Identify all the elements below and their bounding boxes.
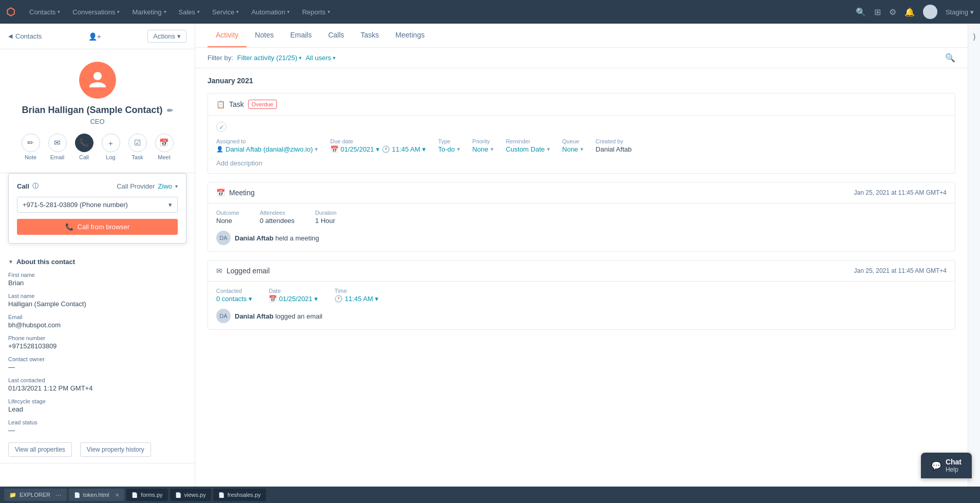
meet-action[interactable]: 📅 Meet	[155, 134, 174, 160]
about-chevron-icon: ▼	[8, 259, 13, 265]
tab-calls[interactable]: Calls	[320, 24, 352, 47]
logged-time-value[interactable]: 🕐 11:45 AM ▾	[334, 295, 379, 303]
contacts-caret-icon: ▾	[249, 295, 252, 303]
tab-tasks[interactable]: Tasks	[352, 24, 387, 47]
email-icon: ✉	[48, 134, 67, 152]
call-action[interactable]: 📞 Call	[75, 134, 93, 160]
logged-clock-icon: 🕐	[334, 295, 343, 303]
all-users-filter[interactable]: All users ▾	[306, 54, 335, 62]
activity-feed: January 2021 📋 Task Overdue ✓ Assigned t…	[195, 68, 968, 487]
nav-sales[interactable]: Sales ▾	[173, 0, 206, 24]
all-users-caret-icon: ▾	[333, 55, 335, 61]
field-last-name: Last name Halligan (Sample Contact)	[8, 293, 186, 308]
nav-marketing-caret: ▾	[164, 9, 166, 14]
edit-contact-icon[interactable]: ✏	[167, 106, 173, 115]
task-type-value[interactable]: To-do ▾	[438, 145, 460, 153]
assigned-to-value[interactable]: 👤 Danial Aftab (danial@ziwo.io) ▾	[216, 145, 318, 153]
contact-avatar	[79, 62, 116, 99]
meeting-card-body: Outcome None Attendees 0 attendees Durat…	[208, 203, 955, 251]
task-queue-value[interactable]: None ▾	[562, 145, 583, 153]
task-priority: Priority None ▾	[473, 138, 494, 153]
tab-emails[interactable]: Emails	[282, 24, 320, 47]
call-popover-title: Call ⓘ	[17, 182, 39, 191]
nav-automation[interactable]: Automation ▾	[245, 0, 296, 24]
task-fields: Assigned to 👤 Danial Aftab (danial@ziwo.…	[216, 138, 947, 153]
left-panel: ◀ Contacts 👤+ Actions ▾ Brian Halligan (…	[0, 24, 195, 487]
back-contacts-btn[interactable]: ◀ Contacts	[8, 32, 42, 40]
task-card-body: ✓ Assigned to 👤 Danial Aftab (danial@ziw…	[208, 116, 955, 173]
nav-service-caret: ▾	[236, 9, 239, 14]
info-icon[interactable]: ⓘ	[32, 182, 39, 191]
task-priority-value[interactable]: None ▾	[473, 145, 494, 153]
settings-icon[interactable]: ⚙	[889, 7, 896, 17]
meeting-outcome: Outcome None	[216, 210, 239, 225]
log-action[interactable]: + Log	[102, 134, 120, 160]
logged-fields: Contacted 0 contacts ▾ Date 📅 01/25/2021	[216, 288, 947, 303]
collapse-icon: ⟩	[973, 32, 976, 42]
contact-title: CEO	[8, 118, 186, 125]
logged-time-caret-icon: ▾	[375, 295, 379, 303]
search-icon[interactable]: 🔍	[856, 7, 866, 17]
notifications-icon[interactable]: 🔔	[904, 7, 915, 17]
provider-name[interactable]: Ziwo	[158, 182, 172, 190]
logged-contacted: Contacted 0 contacts ▾	[216, 288, 252, 303]
nav-conversations-caret: ▾	[117, 9, 120, 14]
call-popover: Call ⓘ Call Provider Ziwo ▾ +971-5-281-0…	[8, 173, 186, 244]
field-email: Email bh@hubspot.com	[8, 314, 186, 329]
due-date-caret: ▾	[376, 145, 380, 153]
email-action[interactable]: ✉ Email	[48, 134, 67, 160]
call-provider: Call Provider Ziwo ▾	[117, 182, 178, 190]
about-header[interactable]: ▼ About this contact	[8, 258, 186, 266]
apps-icon[interactable]: ⊞	[874, 7, 881, 17]
task-card-header: 📋 Task Overdue	[208, 94, 955, 116]
meeting-card-icon: 📅	[216, 189, 225, 197]
task-reminder-value[interactable]: Custom Date ▾	[506, 145, 550, 153]
activity-search-button[interactable]: 🔍	[945, 53, 955, 63]
task-queue: Queue None ▾	[562, 138, 583, 153]
logged-email-user: DA Danial Aftab logged an email	[216, 309, 947, 323]
view-property-history-button[interactable]: View property history	[80, 442, 151, 457]
overdue-badge: Overdue	[248, 100, 277, 109]
logged-email-card: ✉ Logged email Jan 25, 2021 at 11:45 AM …	[208, 260, 955, 330]
about-section: ▼ About this contact First name Brian La…	[0, 252, 195, 463]
nav-reports[interactable]: Reports ▾	[296, 0, 336, 24]
task-assigned-to: Assigned to 👤 Danial Aftab (danial@ziwo.…	[216, 138, 318, 153]
nav-service[interactable]: Service ▾	[206, 0, 245, 24]
task-created-by-value: Danial Aftab	[596, 145, 632, 153]
view-buttons: View all properties View property histor…	[8, 442, 186, 457]
meeting-user-text: Danial Aftab held a meeting	[235, 234, 319, 242]
view-all-properties-button[interactable]: View all properties	[8, 442, 72, 457]
phone-call-icon: 📞	[65, 223, 73, 231]
note-action[interactable]: ✏ Note	[22, 134, 40, 160]
user-avatar[interactable]	[923, 5, 937, 19]
nav-marketing[interactable]: Marketing ▾	[126, 0, 172, 24]
task-action[interactable]: ☑ Task	[128, 134, 147, 160]
task-card: 📋 Task Overdue ✓ Assigned to 👤 Danial Af…	[208, 93, 955, 174]
logged-date: Date 📅 01/25/2021 ▾	[269, 288, 318, 303]
tab-activity[interactable]: Activity	[208, 24, 247, 47]
meeting-user: DA Danial Aftab held a meeting	[216, 231, 947, 245]
filter-activity-link[interactable]: Filter activity (21/25) ▾	[237, 54, 301, 62]
nav-contacts[interactable]: Contacts ▾	[23, 0, 66, 24]
call-from-browser-button[interactable]: 📞 Call from browser	[17, 219, 178, 235]
chat-widget[interactable]: 💬 Chat Help	[921, 453, 972, 478]
logged-date-value[interactable]: 📅 01/25/2021 ▾	[269, 295, 318, 303]
add-description-link[interactable]: Add description	[216, 159, 947, 167]
task-check-button[interactable]: ✓	[216, 122, 227, 132]
field-phone: Phone number +971528103809	[8, 335, 186, 350]
logged-calendar-icon: 📅	[269, 295, 277, 303]
phone-number-dropdown[interactable]: +971-5-281-03809 (Phone number) ▾	[17, 197, 178, 213]
tab-meetings[interactable]: Meetings	[387, 24, 433, 47]
staging-label[interactable]: Staging ▾	[946, 8, 974, 16]
side-collapse-button[interactable]: ⟩	[968, 24, 980, 487]
tab-notes[interactable]: Notes	[247, 24, 282, 47]
type-dropdown-icon: ▾	[457, 146, 460, 153]
add-contact-icon[interactable]: 👤+	[88, 32, 101, 41]
due-date-value[interactable]: 📅 01/25/2021 ▾ 🕐 11:45 AM ▾	[330, 145, 426, 153]
actions-button[interactable]: Actions ▾	[147, 30, 186, 43]
nav-automation-caret: ▾	[287, 9, 290, 14]
filter-activity-caret-icon: ▾	[299, 55, 301, 61]
contact-profile: Brian Halligan (Sample Contact) ✏ CEO ✏ …	[0, 49, 195, 173]
logged-contacted-value[interactable]: 0 contacts ▾	[216, 295, 252, 303]
nav-conversations[interactable]: Conversations ▾	[66, 0, 126, 24]
